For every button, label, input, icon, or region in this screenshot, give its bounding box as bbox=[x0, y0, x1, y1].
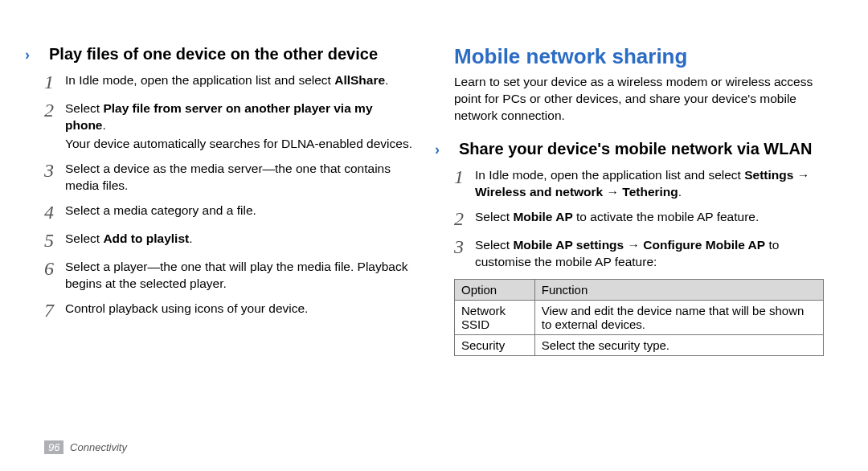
step-prefix: Select bbox=[475, 238, 513, 252]
step-text: Select a player—the one that will play t… bbox=[65, 259, 414, 293]
table-header-option: Option bbox=[455, 279, 535, 300]
main-heading: Mobile network sharing bbox=[454, 44, 824, 69]
step-prefix: Control playback using icons of your dev… bbox=[65, 301, 308, 315]
step-number: 4 bbox=[44, 203, 65, 223]
footer-section: Connectivity bbox=[70, 441, 127, 453]
step-prefix: Select bbox=[65, 101, 103, 115]
step-item: 1In Idle mode, open the application list… bbox=[44, 72, 414, 92]
step-item: 2Select Mobile AP to activate the mobile… bbox=[454, 209, 824, 229]
right-subhead-text: Share your device's mobile network via W… bbox=[459, 140, 812, 158]
left-subhead-text: Play files of one device on the other de… bbox=[49, 45, 378, 63]
step-body: Select Mobile AP to activate the mobile … bbox=[475, 209, 824, 229]
step-number: 3 bbox=[454, 237, 475, 271]
step-suffix: to activate the mobile AP feature. bbox=[573, 210, 760, 223]
step-body: In Idle mode, open the application list … bbox=[65, 72, 414, 92]
intro-text: Learn to set your device as a wireless m… bbox=[454, 74, 824, 125]
step-number: 6 bbox=[44, 259, 65, 293]
step-prefix: Select a media category and a file. bbox=[65, 203, 256, 217]
step-prefix: Select bbox=[475, 210, 513, 223]
step-bold: Add to playlist bbox=[103, 231, 189, 245]
step-body: Select Add to playlist. bbox=[65, 231, 414, 251]
step-item: 5Select Add to playlist. bbox=[44, 231, 414, 251]
step-suffix: . bbox=[189, 231, 192, 245]
table-cell-option: Network SSID bbox=[455, 300, 535, 334]
step-text: Select a device as the media server—the … bbox=[65, 161, 414, 195]
step-body: Control playback using icons of your dev… bbox=[65, 301, 414, 321]
table-header-function: Function bbox=[534, 279, 823, 300]
page-number: 96 bbox=[44, 440, 63, 454]
step-item: 6Select a player—the one that will play … bbox=[44, 259, 414, 293]
step-item: 7Control playback using icons of your de… bbox=[44, 301, 414, 321]
step-suffix: . bbox=[103, 118, 106, 132]
left-column: ›Play files of one device on the other d… bbox=[44, 44, 414, 356]
step-bold: Play file from server on another player … bbox=[65, 101, 373, 132]
step-text: Select a media category and a file. bbox=[65, 203, 414, 219]
step-number: 2 bbox=[44, 100, 65, 153]
step-item: 1In Idle mode, open the application list… bbox=[454, 167, 824, 201]
table-cell-function: View and edit the device name that will … bbox=[534, 300, 823, 334]
step-suffix: . bbox=[678, 185, 682, 199]
step-prefix: In Idle mode, open the application list … bbox=[65, 73, 334, 87]
step-item: 2Select Play file from server on another… bbox=[44, 100, 414, 153]
step-number: 1 bbox=[454, 167, 475, 201]
left-subhead: ›Play files of one device on the other d… bbox=[44, 44, 414, 64]
step-item: 4Select a media category and a file. bbox=[44, 203, 414, 223]
step-number: 1 bbox=[44, 72, 65, 92]
step-suffix: . bbox=[385, 73, 388, 87]
left-steps: 1In Idle mode, open the application list… bbox=[44, 72, 414, 321]
right-subhead: ›Share your device's mobile network via … bbox=[454, 139, 824, 159]
step-prefix: In Idle mode, open the application list … bbox=[475, 168, 744, 182]
step-text: In Idle mode, open the application list … bbox=[65, 72, 414, 89]
step-text: Select Add to playlist. bbox=[65, 231, 414, 248]
table-cell-option: Security bbox=[455, 334, 535, 355]
step-number: 5 bbox=[44, 231, 65, 251]
step-body: Select Play file from server on another … bbox=[65, 100, 414, 153]
right-steps: 1In Idle mode, open the application list… bbox=[454, 167, 824, 271]
step-item: 3Select a device as the media server—the… bbox=[44, 161, 414, 195]
step-bold: Mobile AP settings → Configure Mobile AP bbox=[513, 238, 765, 252]
step-text: Select Mobile AP settings → Configure Mo… bbox=[475, 237, 824, 271]
right-column: Mobile network sharing Learn to set your… bbox=[454, 44, 824, 356]
step-bold: Mobile AP bbox=[513, 210, 572, 223]
step-prefix: Select bbox=[65, 231, 103, 245]
page-footer: 96 Connectivity bbox=[44, 441, 127, 453]
step-number: 7 bbox=[44, 301, 65, 321]
step-text: Select Play file from server on another … bbox=[65, 100, 414, 134]
table-row: Network SSID View and edit the device na… bbox=[455, 300, 824, 334]
step-body: Select Mobile AP settings → Configure Mo… bbox=[475, 237, 824, 271]
table-row: Security Select the security type. bbox=[455, 334, 824, 355]
step-body: Select a player—the one that will play t… bbox=[65, 259, 414, 293]
step-bold: AllShare bbox=[334, 73, 385, 87]
options-table: Option Function Network SSID View and ed… bbox=[454, 279, 824, 356]
step-body: Select a media category and a file. bbox=[65, 203, 414, 223]
step-number: 3 bbox=[44, 161, 65, 195]
table-cell-function: Select the security type. bbox=[534, 334, 823, 355]
step-prefix: Select a device as the media server—the … bbox=[65, 162, 391, 192]
step-body: In Idle mode, open the application list … bbox=[475, 167, 824, 201]
step-text: Control playback using icons of your dev… bbox=[65, 301, 414, 317]
step-prefix: Select a player—the one that will play t… bbox=[65, 260, 407, 290]
step-text: In Idle mode, open the application list … bbox=[475, 167, 824, 201]
table-header-row: Option Function bbox=[455, 279, 824, 300]
step-number: 2 bbox=[454, 209, 475, 229]
step-text: Select Mobile AP to activate the mobile … bbox=[475, 209, 824, 226]
step-body: Select a device as the media server—the … bbox=[65, 161, 414, 195]
step-extra: Your device automatically searches for D… bbox=[65, 136, 414, 153]
step-item: 3Select Mobile AP settings → Configure M… bbox=[454, 237, 824, 271]
